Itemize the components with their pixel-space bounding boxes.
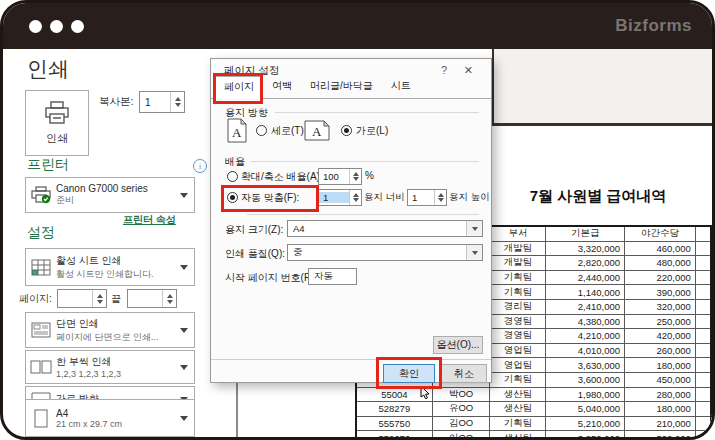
table-header-cell: 야간수당 (625, 226, 696, 241)
option-title: 한 부씩 인쇄 (56, 355, 174, 369)
table-cell: 480,000 (625, 256, 696, 271)
pages-label: 페이지: (19, 292, 52, 306)
window-dot-icon[interactable] (71, 20, 84, 33)
table-row: 559670이OO생산팀3,250,000500,000 (356, 431, 711, 440)
pages-to-stepper[interactable] (127, 289, 177, 308)
option-title: 활성 시트 인쇄 (56, 254, 174, 268)
tab-sheet[interactable]: 시트 (382, 75, 420, 98)
fit-width-label: 용지 너비 (364, 191, 405, 204)
options-button[interactable]: 옵션(O)... (433, 336, 483, 354)
table-row: 55004박OO생산팀1,980,000280,000 (356, 387, 711, 402)
fit-width-stepper[interactable]: 1 (318, 189, 362, 206)
table-cell: 이OO (432, 431, 490, 440)
table-cell: 영업팀 (490, 343, 546, 358)
quality-dropdown[interactable]: 중 (287, 244, 483, 261)
table-cell (695, 329, 711, 344)
annotation-box-fit-option (221, 185, 319, 212)
fit-width-value: 1 (319, 192, 349, 203)
window-dot-icon[interactable] (50, 20, 63, 33)
window-dot-icon[interactable] (29, 20, 42, 33)
chevron-down-icon (466, 221, 482, 236)
table-cell: 450,000 (625, 372, 696, 387)
landscape-page-icon: A (304, 120, 330, 145)
portrait-page-icon: A (227, 118, 247, 147)
table-cell (695, 387, 711, 402)
stepper-arrows-icon[interactable] (92, 290, 106, 307)
pages-from-stepper[interactable] (57, 289, 107, 308)
divider (211, 359, 491, 360)
table-cell (695, 343, 711, 358)
divider (251, 161, 479, 162)
window-titlebar: Bizforms (3, 3, 712, 49)
table-cell: 5,210,000 (546, 416, 625, 431)
a4-page-icon (26, 409, 56, 428)
print-button[interactable]: 인쇄 (25, 90, 89, 156)
table-cell: 기획팀 (490, 372, 546, 387)
collate-pages-icon (26, 360, 56, 374)
paper-size-select[interactable]: A4 21 cm x 29.7 cm (25, 399, 195, 437)
info-icon[interactable]: i (193, 159, 207, 173)
landscape-radio[interactable] (341, 125, 352, 136)
print-what-select[interactable]: 활성 시트 인쇄 활성 시트만 인쇄합니다. (25, 248, 195, 286)
option-title: A4 (56, 408, 174, 419)
table-cell: 280,000 (625, 387, 696, 402)
table-cell: 500,000 (625, 431, 696, 440)
stepper-arrows-icon[interactable] (170, 92, 184, 112)
annotation-box-ok-button (376, 357, 442, 389)
paper-size-dropdown[interactable]: A4 (287, 220, 483, 237)
table-cell (695, 299, 711, 314)
cancel-button[interactable]: 취소 (441, 364, 487, 383)
table-cell (695, 431, 711, 440)
stepper-arrows-icon[interactable] (162, 290, 176, 307)
portrait-radio[interactable] (256, 125, 267, 136)
table-cell: 2,440,000 (546, 270, 625, 285)
table-cell: 320,000 (625, 299, 696, 314)
table-cell: 기획팀 (490, 270, 546, 285)
table-cell: 영업팀 (490, 358, 546, 373)
zoom-label: 확대/축소 배율(A): (241, 170, 323, 184)
zoom-radio[interactable] (227, 171, 238, 182)
copies-value: 1 (140, 97, 170, 108)
chevron-down-icon (180, 365, 188, 370)
table-cell: 2,820,000 (546, 256, 625, 271)
table-cell: 528279 (356, 402, 432, 417)
help-icon[interactable]: ? (441, 64, 447, 76)
annotation-box-page-tab (213, 73, 263, 104)
table-header-cell: 부서 (490, 226, 546, 241)
divider (247, 214, 479, 215)
table-cell: 3,630,000 (546, 358, 625, 373)
preview-top-strip (492, 49, 715, 126)
settings-section-heading: 설정 (27, 224, 55, 242)
paper-size-value: A4 (288, 223, 466, 234)
table-cell: 생산팀 (490, 431, 546, 440)
table-cell: 3,600,000 (546, 372, 625, 387)
copies-stepper[interactable]: 1 (139, 91, 185, 113)
tab-header-footer[interactable]: 머리글/바닥글 (301, 75, 382, 98)
printer-properties-link[interactable]: 프린터 속성 (123, 213, 176, 227)
tab-margins[interactable]: 여백 (263, 75, 301, 98)
printer-select[interactable]: Canon G7000 series 준비 (25, 177, 195, 213)
collate-select[interactable]: 한 부씩 인쇄 1,2,3 1,2,3 1,2,3 (25, 350, 195, 384)
table-cell: 390,000 (625, 285, 696, 300)
table-cell: 3,250,000 (546, 431, 625, 440)
fit-height-stepper[interactable]: 1 (407, 189, 447, 206)
chevron-down-icon (180, 265, 188, 270)
printer-name: Canon G7000 series (56, 183, 174, 194)
table-cell: 220,000 (625, 270, 696, 285)
table-cell: 420,000 (625, 329, 696, 344)
table-cell: 180,000 (625, 402, 696, 417)
table-cell (695, 358, 711, 373)
first-page-input[interactable]: 자동 (308, 268, 357, 285)
table-header-cell: 기본급 (546, 226, 625, 241)
close-icon[interactable]: ✕ (464, 64, 473, 77)
table-cell: 4,380,000 (546, 314, 625, 329)
table-cell: 박OO (432, 387, 490, 402)
option-subtitle: 활성 시트만 인쇄합니다. (56, 268, 174, 281)
zoom-stepper[interactable]: 100 (318, 168, 362, 185)
table-cell (695, 285, 711, 300)
pages-to-label: 끝 (111, 292, 121, 306)
table-cell: 1,980,000 (546, 387, 625, 402)
percent-label: % (365, 170, 374, 181)
duplex-select[interactable]: 단면 인쇄 페이지에 단면으로 인쇄... (25, 312, 195, 348)
table-cell: 250,000 (625, 314, 696, 329)
